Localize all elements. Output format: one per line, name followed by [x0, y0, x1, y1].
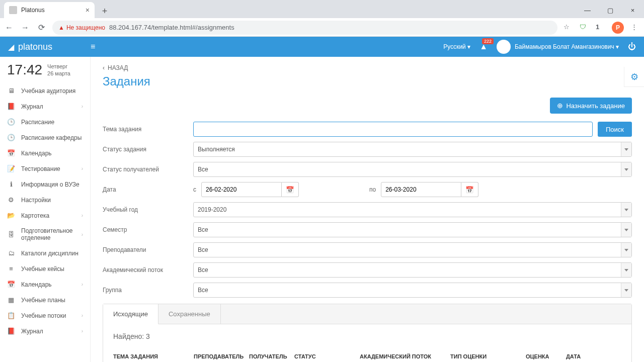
notifications-button[interactable]: ▲ 222	[479, 42, 488, 51]
sidebar-item[interactable]: 🗄Подготовительное отделение›	[0, 223, 90, 245]
sidebar-item[interactable]: 📋Учебные потоки›	[0, 308, 90, 323]
address-bar: ← → ⟳ ▲ Не защищено 88.204.167.74/templa…	[0, 18, 644, 37]
col-recipient: ПОЛУЧАТЕЛЬ	[249, 353, 294, 359]
menu-icon[interactable]: ⋮	[631, 23, 640, 32]
sidebar-icon: 📝	[7, 165, 15, 172]
teachers-label: Преподаватели	[103, 246, 193, 253]
group-label: Группа	[103, 287, 193, 294]
page-title: Задания	[103, 74, 632, 88]
sidebar-label: Расписание	[21, 119, 83, 126]
insecure-badge: ▲ Не защищено	[58, 24, 105, 31]
sidebar-icon: 📋	[7, 312, 15, 319]
forward-button[interactable]: →	[20, 23, 30, 32]
results-panel: Исходящие Сохраненные Найдено: 3 ТЕМА ЗА…	[103, 304, 632, 362]
sidebar-label: Информация о ВУЗе	[21, 181, 83, 188]
calendar-icon[interactable]: 📅	[461, 182, 478, 197]
sidebar-label: Учебные планы	[21, 297, 83, 304]
minimize-button[interactable]: —	[576, 2, 599, 18]
group-select[interactable]: Все	[193, 283, 632, 298]
assign-button[interactable]: Назначить задание	[550, 98, 632, 114]
search-button[interactable]: Поиск	[598, 122, 632, 137]
sidebar: 17:42 Четверг 26 марта 🖥Учебная аудитори…	[0, 57, 91, 362]
user-name: Баймамыров Болат Амангазинович ▾	[515, 43, 619, 50]
tab-favicon	[9, 6, 17, 14]
sidebar-label: Календарь	[21, 150, 83, 157]
col-topic: ТЕМА ЗАДАНИЯ	[113, 353, 194, 359]
user-menu[interactable]: Баймамыров Болат Амангазинович ▾	[497, 40, 619, 54]
sidebar-label: Учебная аудитория	[21, 87, 83, 95]
topic-input[interactable]	[193, 122, 593, 137]
sidebar-item[interactable]: 📅Календарь›	[0, 277, 90, 292]
sidebar-item[interactable]: 🖥Учебная аудитория	[0, 83, 90, 99]
status-select[interactable]: Выполняется	[193, 142, 632, 157]
sidebar-item[interactable]: 📂Картотека›	[0, 208, 90, 223]
sidebar-label: Журнал	[21, 328, 75, 335]
sidebar-icon: 🗂	[7, 249, 15, 257]
sidebar-item[interactable]: 🕒Расписание кафедры	[0, 130, 90, 145]
sidebar-item[interactable]: 📕Журнал›	[0, 323, 90, 339]
hamburger-icon[interactable]: ≡	[91, 42, 95, 51]
chevron-right-icon: ›	[82, 313, 83, 318]
col-grade-type: ТИП ОЦЕНКИ	[450, 353, 526, 359]
app-header: ◢ platonus ≡ Русский ▾ ▲ 222 Баймамыров …	[0, 37, 644, 57]
logo-text: platonus	[18, 42, 52, 52]
calendar-icon[interactable]: 📅	[282, 182, 299, 197]
sidebar-item[interactable]: ▦Учебные планы	[0, 292, 90, 308]
one-icon[interactable]: 1	[596, 23, 605, 32]
semester-select[interactable]: Все	[193, 222, 632, 237]
chevron-right-icon: ›	[82, 213, 83, 218]
gear-icon[interactable]: ⚙	[624, 67, 644, 87]
content: ‹ НАЗАД Задания ⚙ Назначить задание Тема…	[91, 57, 644, 362]
power-icon[interactable]: ⏻	[628, 42, 636, 51]
sidebar-label: Тестирование	[21, 165, 75, 172]
date-from-input[interactable]	[201, 182, 282, 197]
sidebar-icon: 🗄	[7, 231, 15, 238]
sidebar-item[interactable]: 📝Тестирование›	[0, 161, 90, 176]
stream-select[interactable]: Все	[193, 262, 632, 278]
logo-icon: ◢	[8, 42, 14, 52]
sidebar-item[interactable]: 📅Календарь	[0, 145, 90, 161]
sidebar-item[interactable]: 🕒Расписание	[0, 114, 90, 130]
browser-tab[interactable]: Platonus ×	[4, 2, 95, 18]
sidebar-item[interactable]: ≡Учебные кейсы	[0, 261, 90, 277]
date-label: Дата	[103, 186, 193, 193]
recipient-status-select[interactable]: Все	[193, 162, 632, 177]
date-to-input[interactable]	[381, 182, 461, 197]
sidebar-icon: ⚙	[7, 196, 15, 204]
year-select[interactable]: 2019-2020	[193, 202, 632, 217]
close-window-button[interactable]: ×	[621, 2, 644, 18]
shield-icon[interactable]: 🛡	[580, 23, 589, 32]
new-tab-button[interactable]: +	[98, 4, 112, 18]
tab-saved[interactable]: Сохраненные	[158, 304, 221, 324]
sidebar-label: Календарь	[21, 281, 75, 288]
sidebar-icon: 📕	[7, 327, 15, 335]
tab-outgoing[interactable]: Исходящие	[103, 304, 158, 324]
sidebar-label: Настройки	[21, 197, 83, 204]
teachers-select[interactable]: Все	[193, 242, 632, 257]
window-controls: — ▢ ×	[576, 2, 644, 18]
extension-icons: ☆ 🛡 1 P ⋮	[564, 22, 640, 34]
chevron-right-icon: ›	[82, 166, 83, 171]
logo[interactable]: ◢ platonus	[8, 42, 91, 52]
tab-title: Platonus	[21, 7, 86, 14]
back-link[interactable]: ‹ НАЗАД	[103, 64, 128, 71]
sidebar-label: Подготовительное отделение	[21, 227, 75, 241]
col-grade: ОЦЕНКА	[526, 353, 566, 359]
tab-bar: Platonus × + — ▢ ×	[0, 0, 644, 18]
language-select[interactable]: Русский ▾	[443, 43, 470, 50]
profile-avatar[interactable]: P	[612, 22, 624, 34]
sidebar-item[interactable]: ℹИнформация о ВУЗе	[0, 176, 90, 192]
star-icon[interactable]: ☆	[564, 23, 573, 32]
close-icon[interactable]: ×	[86, 6, 90, 14]
url-input[interactable]: ▲ Не защищено 88.204.167.74/template.htm…	[52, 21, 557, 35]
maximize-button[interactable]: ▢	[599, 2, 621, 18]
sidebar-item[interactable]: ⚙Настройки	[0, 192, 90, 208]
recipient-status-label: Статус получателей	[103, 166, 193, 173]
chevron-right-icon: ›	[82, 104, 83, 109]
reload-button[interactable]: ⟳	[36, 23, 46, 32]
chevron-right-icon: ›	[82, 282, 83, 287]
user-avatar	[497, 40, 511, 54]
sidebar-item[interactable]: 📕Журнал›	[0, 99, 90, 114]
back-button[interactable]: ←	[4, 23, 14, 32]
sidebar-item[interactable]: 🗂Каталоги дисциплин	[0, 245, 90, 261]
